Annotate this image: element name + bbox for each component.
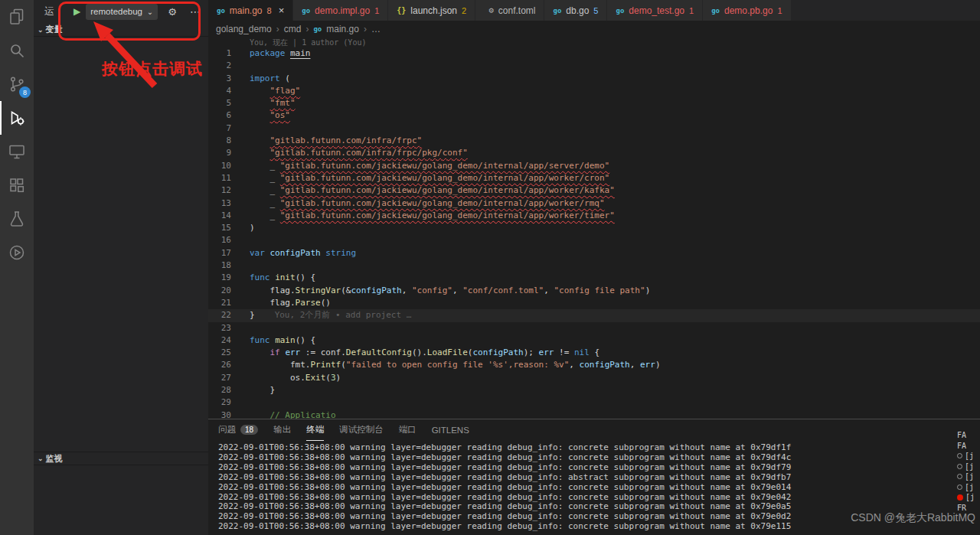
watch-section-header[interactable]: ⌄ 监视 [34,452,208,465]
code-line[interactable]: 20 flag.StringVar(&configPath, "config",… [208,285,980,297]
code-line[interactable]: 9 "gitlab.futunn.com/infra/frpc/pkg/conf… [208,147,980,159]
code-line[interactable]: 11 _ "gitlab.futunn.com/jackiewu/golang_… [208,172,980,184]
line-number[interactable]: 16 [208,234,231,246]
breadcrumb-item[interactable]: cmd [284,24,302,34]
panel-tab-问题[interactable]: 问题18 [218,419,258,441]
variables-section-header[interactable]: ⌄ 变量 [34,23,208,37]
panel-tab-label: 端口 [399,424,416,436]
breadcrumb-overflow[interactable]: … [371,24,381,34]
tab-db.go[interactable]: godb.go5 [544,0,607,21]
debug-config-dropdown[interactable]: remotedebug ⌄ [86,4,158,20]
line-number[interactable]: 22 [208,309,231,321]
line-number[interactable]: 26 [208,359,231,371]
code-line[interactable]: 12 _ "gitlab.futunn.com/jackiewu/golang_… [208,184,980,197]
panel-tab-输出[interactable]: 输出 [273,419,291,441]
line-number[interactable]: 11 [208,172,231,184]
line-number[interactable]: 27 [208,372,231,384]
line-number[interactable]: 13 [208,197,231,210]
code-line[interactable]: 1package main [208,47,980,60]
panel-tab-GITLENS[interactable]: GITLENS [432,419,469,441]
code-line[interactable]: 30 // Applicatio [208,409,980,419]
breadcrumb-item[interactable]: main.go [326,24,359,34]
activity-remote-explorer[interactable] [0,135,34,168]
panel-tab-终端[interactable]: 终端 [306,419,324,441]
activity-search[interactable] [0,34,34,67]
line-number[interactable]: 29 [208,396,231,409]
problems-count-badge: 1 [777,6,782,15]
activity-testing[interactable] [0,202,34,236]
code-line[interactable]: 19func init() { [208,272,980,284]
tab-launch.json[interactable]: {}launch.json2 [388,0,475,21]
activity-run-debug[interactable] [0,101,34,135]
tab-main.go[interactable]: gomain.go8× [208,0,293,21]
line-number[interactable]: 7 [208,122,231,135]
line-number[interactable]: 5 [208,97,231,109]
code-line[interactable]: 8 "gitlab.futunn.com/infra/frpc" [208,135,980,147]
debug-start-icon[interactable]: ▶ [74,6,80,17]
code-line[interactable]: 2 [208,60,980,72]
code-line[interactable]: 25 if err := conf.DefaultConfig().LoadFi… [208,347,980,359]
tab-demo.impl.go[interactable]: godemo.impl.go1 [293,0,388,21]
code-line[interactable]: 16 [208,234,980,246]
activity-explorer[interactable] [0,0,34,34]
line-number[interactable]: 1 [208,47,231,60]
tab-demo.pb.go[interactable]: godemo.pb.go1 [703,0,791,21]
code-line[interactable]: 29 [208,396,980,409]
line-number[interactable]: 24 [208,334,231,347]
panel-tab-端口[interactable]: 端口 [399,419,416,441]
code-line[interactable]: 14 _ "gitlab.futunn.com/jackiewu/golang_… [208,210,980,222]
line-number[interactable]: 23 [208,322,231,334]
code-editor[interactable]: You, 现在 | 1 author (You) 1package main23… [208,38,980,419]
tab-demo_test.go[interactable]: godemo_test.go1 [607,0,703,21]
code-line[interactable]: 13 _ "gitlab.futunn.com/jackiewu/golang_… [208,197,980,210]
activity-run-circle[interactable] [0,236,34,269]
line-number[interactable]: 20 [208,285,231,297]
code-line[interactable]: 27 os.Exit(3) [208,372,980,384]
line-number[interactable]: 3 [208,73,231,85]
line-number[interactable]: 14 [208,210,231,222]
activity-extensions[interactable] [0,168,34,202]
code-line[interactable]: 22}You, 2个月前 • add project … [208,309,980,321]
problems-count-badge: 18 [240,425,258,435]
code-line[interactable]: 10 _ "gitlab.futunn.com/jackiewu/golang_… [208,160,980,172]
code-line[interactable]: 26 fmt.Printf("failed to open config fil… [208,359,980,371]
line-number[interactable]: 10 [208,160,231,172]
line-number[interactable]: 21 [208,297,231,309]
code-line[interactable]: 21 flag.Parse() [208,297,980,309]
debug-sidebar: 运 ▶ remotedebug ⌄ ⚙ ⋯ ⌄ 变量 ⌄ 监视 按钮点击调试 [34,0,208,535]
line-number[interactable]: 17 [208,247,231,259]
line-number[interactable]: 28 [208,384,231,396]
go-file-icon: go [616,7,624,15]
activity-source-control[interactable]: 8 [0,67,34,101]
close-icon[interactable]: × [279,5,285,16]
line-number[interactable]: 19 [208,272,231,284]
panel-tab-调试控制台[interactable]: 调试控制台 [339,419,384,441]
code-line[interactable]: 6 "os" [208,109,980,122]
line-number[interactable]: 30 [208,409,231,419]
breadcrumb-item[interactable]: golang_demo [216,24,272,34]
code-line[interactable]: 18 [208,259,980,272]
line-number[interactable]: 9 [208,147,231,159]
code-line[interactable]: 15) [208,222,980,234]
code-line[interactable]: 24func main() { [208,334,980,347]
line-number[interactable]: 6 [208,109,231,122]
gear-icon[interactable]: ⚙ [168,6,177,18]
code-line[interactable]: 4 "flag" [208,85,980,97]
line-number[interactable]: 15 [208,222,231,234]
code-line[interactable]: 28 } [208,384,980,396]
line-content: }You, 2个月前 • add project … [231,309,411,321]
line-number[interactable]: 12 [208,184,231,197]
line-number[interactable]: 4 [208,85,231,97]
line-number[interactable]: 25 [208,347,231,359]
line-number[interactable]: 2 [208,60,231,72]
line-number[interactable]: 8 [208,135,231,147]
code-line[interactable]: 3import ( [208,73,980,85]
code-line[interactable]: 17var configPath string [208,247,980,259]
code-line[interactable]: 23 [208,322,980,334]
line-number[interactable]: 18 [208,259,231,272]
codelens-annotation[interactable]: You, 现在 | 1 author (You) [208,38,980,47]
tab-conf.toml[interactable]: ⚙conf.toml [475,0,544,21]
code-line[interactable]: 5 "fmt" [208,97,980,109]
code-line[interactable]: 7 [208,122,980,135]
more-actions-icon[interactable]: ⋯ [190,5,201,18]
